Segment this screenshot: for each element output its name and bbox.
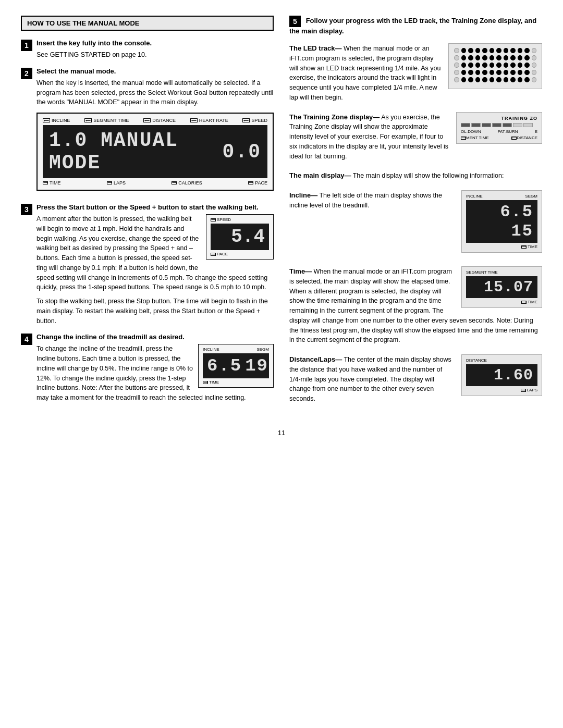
- led-dot: [496, 70, 501, 75]
- incline-bottom-label: ⟶ TIME: [466, 244, 537, 249]
- led-dot: [489, 70, 495, 75]
- tz-bottom-labels: ⟶MENT TIME ⟵DISTANCE: [461, 135, 537, 140]
- led-dot: [524, 70, 530, 75]
- incline-bottom-label: ⟶ TIME: [203, 380, 269, 385]
- led-dot: [475, 77, 481, 82]
- led-dot: [475, 70, 481, 75]
- led-dot: [489, 55, 495, 60]
- step5-title: Follow your progress with the LED track,…: [289, 17, 536, 35]
- step-2-title: Select the manual mode.: [36, 67, 274, 75]
- led-dot: [518, 70, 523, 75]
- tz-bar: [503, 123, 512, 127]
- time-top-labels: SEGMENT TIME: [466, 270, 537, 275]
- dist-label: DISTANCE: [466, 358, 487, 363]
- seg-time-label: SEGMENT TIME: [466, 270, 498, 275]
- incline-main-digits: 6.5 15: [466, 200, 537, 243]
- incline-top-label: INCLINE: [466, 194, 483, 199]
- incline-labels-top: INCLINE SEGM: [203, 347, 269, 352]
- led-dot: [461, 55, 467, 60]
- step-4-content: Change the incline of the treadmill as d…: [36, 333, 274, 403]
- led-dot: [468, 63, 473, 68]
- led-dot: [496, 55, 501, 60]
- main-display-title: The main display—: [289, 171, 351, 179]
- time-title: Time—: [289, 267, 312, 275]
- training-zone-display: TRAINING ZO OL-DOWN FAT-BURN E: [456, 112, 542, 144]
- distance-top-labels: DISTANCE: [466, 358, 537, 363]
- led-dot: [504, 55, 509, 60]
- step-4-title: Change the incline of the treadmill as d…: [36, 333, 274, 341]
- led-dot: [489, 77, 495, 82]
- led-row-4: [454, 70, 536, 75]
- step-4-body-wrap: INCLINE SEGM 6.5 19 ⟶ TIME: [36, 344, 274, 403]
- label-distance: ⟵DISTANCE: [143, 118, 176, 123]
- led-row-3: [454, 63, 536, 68]
- led-dot: [510, 63, 516, 68]
- distance-digits: 1.60: [466, 364, 537, 386]
- speed-top-label: ⟵ SPEED: [211, 217, 269, 222]
- led-dot: [504, 77, 509, 82]
- display-labels-top: ⟵INCLINE ⟵SEGMENT TIME ⟵DISTANCE ⟵HEART …: [43, 118, 267, 123]
- label-incline: ⟵INCLINE: [43, 118, 70, 123]
- led-dot: [461, 48, 467, 53]
- distance-bottom-label: ⟶ LAPS: [466, 388, 537, 392]
- step-4: 4 Change the incline of the treadmill as…: [21, 333, 274, 403]
- led-dot: [518, 55, 523, 60]
- led-dot: [454, 77, 459, 82]
- speed-display: ⟵ SPEED 5.4 ⟶ PACE: [206, 214, 274, 260]
- step-3-body-p2: To stop the walking belt, press the Stop…: [36, 297, 274, 326]
- segm-label: SEGM: [256, 347, 269, 352]
- training-zone-title: The Training Zone display—: [289, 113, 380, 121]
- led-dot: [461, 63, 467, 68]
- label-calories: ⟶CALORIES: [172, 180, 202, 186]
- incline-label: INCLINE: [203, 347, 219, 352]
- step-1-content: Insert the key fully into the console. S…: [36, 39, 274, 60]
- step-1-number: 1: [21, 40, 32, 51]
- step-3: 3 Press the Start button or the Speed + …: [21, 203, 274, 326]
- led-dot: [489, 63, 495, 68]
- led-row-2: [454, 55, 536, 60]
- step-1-title: Insert the key fully into the console.: [36, 39, 274, 47]
- led-dot: [510, 55, 516, 60]
- left-column: HOW TO USE THE MANUAL MODE 1 Insert the …: [21, 16, 274, 413]
- step-2-content: Select the manual mode. When the key is …: [36, 67, 274, 196]
- right-column: 5 Follow your progress with the LED trac…: [289, 16, 542, 413]
- led-dot: [524, 77, 530, 82]
- led-dot: [482, 70, 487, 75]
- led-dot: [461, 70, 467, 75]
- led-dot: [454, 63, 459, 68]
- incline-top-labels: INCLINE SEGM: [466, 194, 537, 199]
- led-dot: [510, 48, 516, 53]
- led-dot: [524, 55, 530, 60]
- led-track-section: The LED track— When the manual mode or a…: [289, 43, 542, 103]
- distance-subsection: DISTANCE 1.60 ⟶ LAPS Distance/Laps— The …: [289, 354, 542, 404]
- time-bottom-label: ⟶ TIME: [466, 300, 537, 304]
- step-2-body: When the key is inserted, the manual mod…: [36, 78, 274, 107]
- led-dot: [482, 48, 487, 53]
- led-dot: [504, 70, 509, 75]
- distance-main-display: DISTANCE 1.60 ⟶ LAPS: [461, 354, 542, 396]
- step-3-body-wrap: ⟵ SPEED 5.4 ⟶ PACE A moment after the bu…: [36, 214, 274, 326]
- led-track-title: The LED track—: [289, 44, 341, 52]
- manual-mode-digits: 1.0 MANUAL MODE 0.0: [43, 125, 267, 178]
- led-display: [448, 43, 542, 89]
- led-dot: [524, 63, 530, 68]
- led-dot: [468, 77, 473, 82]
- led-dot: [518, 77, 523, 82]
- label-speed: ⟵SPEED: [242, 118, 267, 123]
- label-segment-time: ⟵SEGMENT TIME: [84, 118, 129, 123]
- led-dot: [518, 63, 523, 68]
- led-dot: [482, 55, 487, 60]
- led-dot: [489, 48, 495, 53]
- incline-segm-label: SEGM: [525, 194, 537, 199]
- led-dot: [475, 48, 481, 53]
- step-1-body: See GETTING STARTED on page 10.: [36, 50, 274, 60]
- time-digits: 15.07: [466, 276, 537, 298]
- led-dot: [475, 63, 481, 68]
- time-main-display: SEGMENT TIME 15.07 ⟶ TIME: [461, 266, 542, 308]
- tz-title: TRAINING ZO: [461, 116, 537, 121]
- led-dot: [504, 48, 509, 53]
- led-dot: [496, 48, 501, 53]
- tz-bar: [482, 123, 491, 127]
- step-2-number: 2: [21, 68, 32, 79]
- led-dot: [468, 48, 473, 53]
